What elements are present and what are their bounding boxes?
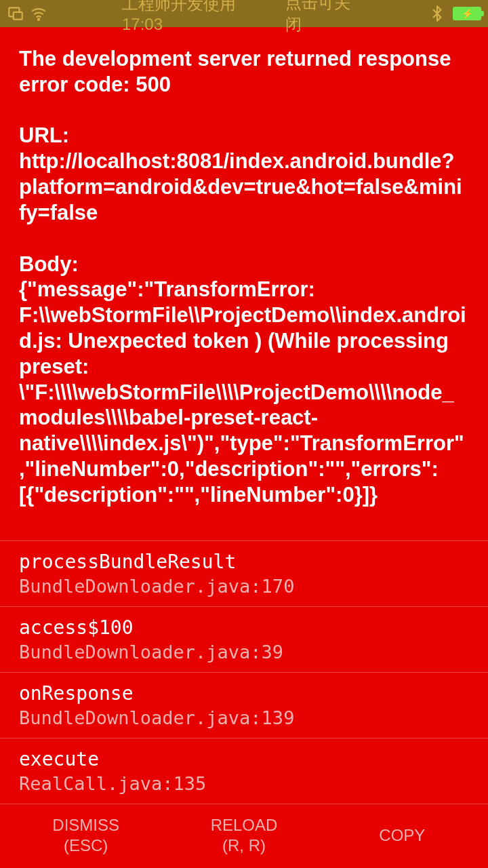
stack-location: BundleDownloader.java:139 <box>19 707 469 728</box>
redbox-action-bar: DISMISS (ESC) RELOAD (R, R) COPY <box>0 806 488 868</box>
bluetooth-icon <box>428 5 446 22</box>
stack-method: execute <box>19 748 469 770</box>
stack-method: access$100 <box>19 616 469 639</box>
stack-location: RealCall.java:135 <box>19 773 469 794</box>
stack-location: BundleDownloader.java:39 <box>19 642 469 663</box>
android-status-bar: 工程师开发使用17:03 点击可关闭 ⚡ <box>0 0 488 27</box>
close-hint[interactable]: 点击可关闭 <box>285 0 366 35</box>
stack-trace-list: processBundleResultBundleDownloader.java… <box>19 540 469 804</box>
stack-frame[interactable]: executeRealCall.java:135 <box>0 738 488 804</box>
stack-method: onResponse <box>19 682 469 705</box>
dev-label[interactable]: 工程师开发使用17:03 <box>122 0 274 34</box>
battery-icon: ⚡ <box>453 7 481 20</box>
battery-charging-icon: ⚡ <box>462 8 473 19</box>
wifi-icon <box>30 5 47 22</box>
dismiss-button[interactable]: DISMISS (ESC) <box>7 815 165 856</box>
stack-frame[interactable]: access$100BundleDownloader.java:39 <box>0 607 488 673</box>
copy-button[interactable]: COPY <box>323 825 481 846</box>
error-screen: The development server returned response… <box>0 27 488 806</box>
stack-method: processBundleResult <box>19 551 469 573</box>
status-center: 工程师开发使用17:03 点击可关闭 <box>122 0 366 35</box>
svg-point-2 <box>38 19 39 20</box>
stack-frame[interactable]: processBundleResultBundleDownloader.java… <box>0 540 488 607</box>
svg-rect-1 <box>14 12 22 20</box>
error-message: The development server returned response… <box>19 46 469 508</box>
status-left <box>7 5 47 22</box>
reload-button[interactable]: RELOAD (R, R) <box>165 815 323 856</box>
stack-location: BundleDownloader.java:170 <box>19 576 469 597</box>
status-right: ⚡ <box>428 5 481 22</box>
screencast-icon <box>7 5 24 22</box>
stack-frame[interactable]: onResponseBundleDownloader.java:139 <box>0 673 488 738</box>
